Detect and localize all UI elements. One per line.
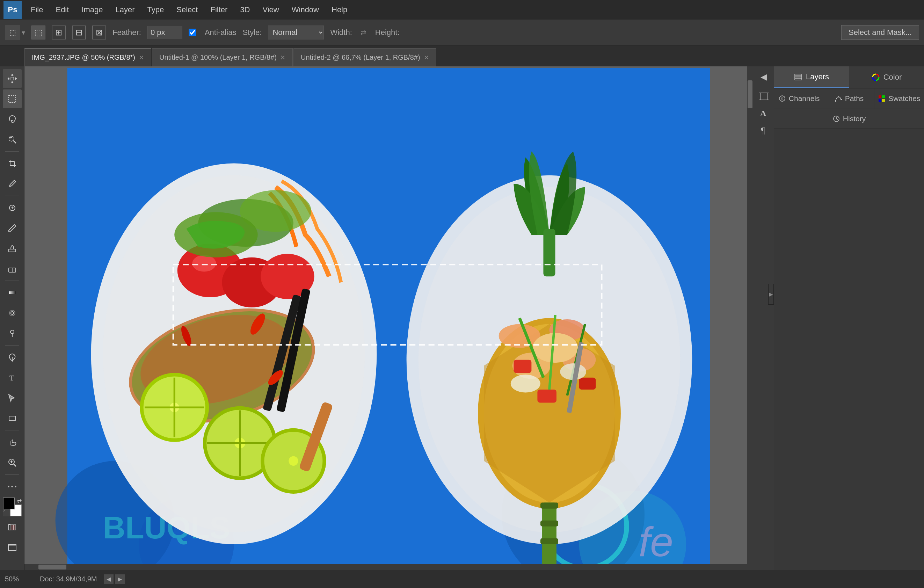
svg-point-109 <box>779 96 785 101</box>
reset-colors-icon[interactable]: ⬛ <box>3 510 10 516</box>
subtract-selection-btn[interactable]: ⊟ <box>72 25 86 40</box>
canvas-scrollbar-h[interactable] <box>25 564 747 570</box>
menu-file[interactable]: File <box>25 3 49 17</box>
tab-untitled1[interactable]: Untitled-1 @ 100% (Layer 1, RGB/8#) ✕ <box>152 48 293 66</box>
extra-tools-btn[interactable]: • • • <box>3 477 21 496</box>
menu-help[interactable]: Help <box>325 3 353 17</box>
crop-tool-btn[interactable] <box>3 154 21 173</box>
style-select[interactable]: Normal Fixed Ratio Fixed Size <box>268 25 324 40</box>
svg-rect-80 <box>540 503 558 509</box>
tab-img2937[interactable]: IMG_2937.JPG @ 50% (RGB/8*) ✕ <box>25 48 151 66</box>
history-panel-tab[interactable]: History <box>774 109 924 129</box>
text-tool-btn[interactable]: T <box>3 368 21 387</box>
menu-select[interactable]: Select <box>170 3 204 17</box>
status-nav: ◀ ▶ <box>104 574 125 584</box>
marquee-tool-btn[interactable] <box>3 89 21 108</box>
paragraph-panel-icon[interactable]: ¶ <box>756 122 771 138</box>
quick-select-tool-btn[interactable] <box>3 130 21 149</box>
screen-mode-btn[interactable] <box>3 538 21 557</box>
canvas-image: BLUQLS fe <box>26 68 751 568</box>
select-and-mask-button[interactable]: Select and Mask... <box>841 25 919 40</box>
svg-rect-1 <box>9 96 16 102</box>
menu-type[interactable]: Type <box>141 3 170 17</box>
panel-content-area <box>774 129 924 570</box>
swatches-panel-tab[interactable]: Swatches <box>874 88 924 109</box>
color-panel-tab[interactable]: Color <box>849 66 924 88</box>
shape-tool-btn[interactable] <box>3 409 21 428</box>
lasso-tool-btn[interactable] <box>3 110 21 129</box>
healing-tool-btn[interactable] <box>3 198 21 217</box>
panel-tab-row-2: Channels Paths Swa <box>774 88 924 109</box>
path-select-btn[interactable] <box>3 388 21 407</box>
character-panel-icon[interactable]: A <box>756 106 771 121</box>
status-nav-right[interactable]: ▶ <box>115 574 125 584</box>
style-label: Style: <box>243 28 262 37</box>
layers-icon <box>794 73 802 81</box>
intersect-selection-btn[interactable]: ⊠ <box>92 25 106 40</box>
menu-filter[interactable]: Filter <box>204 3 234 17</box>
svg-rect-106 <box>795 76 802 78</box>
tab-untitled2[interactable]: Untitled-2 @ 66,7% (Layer 1, RGB/8#) ✕ <box>294 48 436 66</box>
menu-image[interactable]: Image <box>75 3 109 17</box>
add-selection-btn[interactable]: ⊞ <box>52 25 66 40</box>
svg-rect-14 <box>9 249 16 252</box>
quick-mask-btn[interactable] <box>3 518 21 537</box>
menu-window[interactable]: Window <box>285 3 325 17</box>
paths-panel-tab[interactable]: Paths <box>824 88 874 109</box>
layers-panel-tab[interactable]: Layers <box>774 66 849 88</box>
panel-collapse-left-arrow[interactable]: ◀ <box>756 69 771 84</box>
document-tab-bar: IMG_2937.JPG @ 50% (RGB/8*) ✕ Untitled-1… <box>0 45 924 66</box>
stamp-tool-btn[interactable] <box>3 239 21 258</box>
svg-rect-118 <box>882 99 885 102</box>
eraser-tool-btn[interactable] <box>3 259 21 278</box>
menu-3d[interactable]: 3D <box>234 3 256 17</box>
tab-close-img2937[interactable]: ✕ <box>139 54 144 61</box>
panel-tab-row-3: History <box>774 109 924 129</box>
dodge-tool-btn[interactable] <box>3 324 21 343</box>
svg-point-94 <box>511 375 540 392</box>
brush-tool-btn[interactable] <box>3 219 21 238</box>
menu-edit[interactable]: Edit <box>49 3 75 17</box>
status-doc-info: Doc: 34,9M/34,9M <box>40 575 97 583</box>
right-panel-collapse-arrow[interactable]: ▶ <box>768 284 774 305</box>
feather-input[interactable] <box>147 26 182 39</box>
tab-close-untitled1[interactable]: ✕ <box>280 54 285 61</box>
eyedropper-tool-btn[interactable] <box>3 174 21 193</box>
switch-colors-icon[interactable]: ⇄ <box>17 497 21 504</box>
blur-tool-btn[interactable] <box>3 304 21 322</box>
artboard-icon[interactable] <box>756 89 771 104</box>
swatches-icon <box>878 95 886 102</box>
anti-alias-checkbox[interactable] <box>189 29 196 36</box>
status-bar: 50% Doc: 34,9M/34,9M ◀ ▶ <box>0 570 924 588</box>
pen-tool-btn[interactable] <box>3 348 21 367</box>
scrollbar-h-thumb[interactable] <box>38 565 66 570</box>
zoom-tool-btn[interactable] <box>3 453 21 472</box>
fg-bg-colors[interactable]: ⇄ ⬛ <box>3 497 21 516</box>
menu-view[interactable]: View <box>256 3 285 17</box>
canvas-scrollbar-v[interactable] <box>747 66 753 570</box>
move-tool-btn[interactable] <box>3 69 21 88</box>
svg-point-9 <box>9 185 11 187</box>
tool-dropdown-arrow[interactable]: ▾ <box>21 28 25 37</box>
canvas-area[interactable]: BLUQLS fe <box>25 66 753 570</box>
svg-line-27 <box>14 464 16 466</box>
channels-panel-tab[interactable]: Channels <box>774 88 824 109</box>
canvas-right-icon-bar: ◀ A ¶ <box>753 66 774 570</box>
status-nav-left[interactable]: ◀ <box>104 574 114 584</box>
svg-rect-32 <box>8 544 16 551</box>
scrollbar-v-thumb[interactable] <box>747 80 752 108</box>
tool-select-icon[interactable]: ⬚ <box>5 25 20 40</box>
width-label: Width: <box>330 28 352 37</box>
tab-close-untitled2[interactable]: ✕ <box>424 54 429 61</box>
menu-layer[interactable]: Layer <box>109 3 141 17</box>
svg-rect-116 <box>882 96 885 98</box>
svg-rect-78 <box>543 229 555 276</box>
gradient-tool-btn[interactable] <box>3 283 21 302</box>
foreground-color-swatch[interactable] <box>3 497 15 509</box>
swap-wh-icon[interactable]: ⇄ <box>358 26 369 38</box>
toolbar-separator-6 <box>5 474 19 475</box>
toolbar-separator-3 <box>5 281 19 281</box>
anti-alias-label: Anti-alias <box>205 28 236 37</box>
new-selection-btn[interactable]: ⬚ <box>31 25 45 40</box>
hand-tool-btn[interactable] <box>3 433 21 452</box>
